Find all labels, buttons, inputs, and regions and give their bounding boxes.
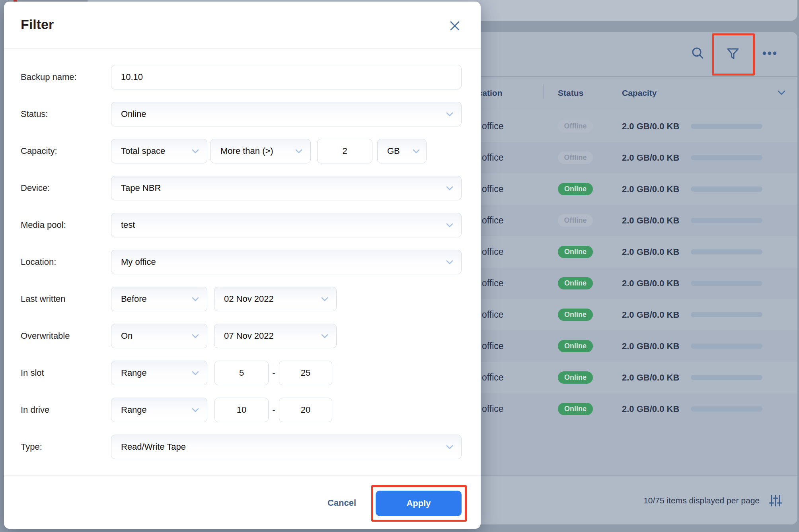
- last-written-condition-select[interactable]: Before: [111, 287, 207, 311]
- pagination-label: 10/75 items displayed per page: [643, 476, 760, 525]
- capacity-progress-bar: [691, 344, 762, 349]
- status-badge: Offline: [558, 151, 593, 164]
- filter-icon: [726, 48, 740, 60]
- modal-header-divider: [4, 49, 481, 49]
- page-size-settings-button[interactable]: [769, 494, 782, 509]
- filter-button[interactable]: [724, 45, 742, 63]
- chevron-down-icon: [446, 260, 453, 265]
- cell-capacity: 2.0 GB/0.0 KB: [622, 362, 679, 393]
- backup-name-label: Backup name:: [21, 65, 106, 89]
- overwritable-label: Overwritable: [21, 324, 106, 348]
- cell-capacity: 2.0 GB/0.0 KB: [622, 299, 679, 330]
- device-select[interactable]: Tape NBR: [111, 176, 462, 200]
- status-badge: Online: [558, 183, 593, 195]
- in-drive-from-input[interactable]: 10: [214, 398, 269, 422]
- modal-footer-divider: [4, 476, 481, 476]
- chevron-down-icon: [446, 186, 453, 191]
- column-settings-button[interactable]: [777, 90, 786, 97]
- status-badge: Offline: [558, 120, 593, 132]
- media-pool-label: Media pool:: [21, 213, 106, 237]
- modal-title: Filter: [21, 17, 54, 32]
- capacity-progress-bar: [691, 249, 762, 254]
- in-slot-mode-select[interactable]: Range: [111, 361, 207, 385]
- cell-capacity: 2.0 GB/0.0 KB: [622, 393, 679, 425]
- chevron-down-icon: [192, 371, 199, 376]
- overwritable-date-select[interactable]: 07 Nov 2022: [214, 324, 337, 348]
- cell-capacity: 2.0 GB/0.0 KB: [622, 330, 679, 362]
- status-badge: Online: [558, 403, 593, 415]
- chevron-down-icon: [777, 90, 786, 95]
- ellipsis-icon: [762, 51, 777, 56]
- capacity-unit-select[interactable]: GB: [377, 139, 427, 163]
- status-badge: Online: [558, 340, 593, 352]
- column-divider: [544, 84, 544, 99]
- capacity-progress-bar: [691, 124, 762, 129]
- capacity-progress-bar: [691, 375, 762, 380]
- column-header-status[interactable]: Status: [558, 86, 583, 100]
- last-written-label: Last written: [21, 287, 106, 311]
- last-written-date-select[interactable]: 02 Nov 2022: [214, 287, 337, 311]
- filter-modal: Filter Backup name: 10.10 Status: Online: [4, 2, 481, 529]
- close-icon: [449, 20, 461, 32]
- in-drive-mode-select[interactable]: Range: [111, 398, 207, 422]
- range-separator: -: [269, 361, 279, 385]
- backup-name-input[interactable]: 10.10: [111, 65, 462, 89]
- in-slot-to-input[interactable]: 25: [279, 361, 332, 385]
- in-drive-label: In drive: [21, 398, 106, 422]
- chevron-down-icon: [446, 223, 453, 228]
- cell-capacity: 2.0 GB/0.0 KB: [622, 173, 679, 205]
- in-drive-to-input[interactable]: 20: [279, 398, 332, 422]
- in-slot-label: In slot: [21, 361, 106, 385]
- capacity-label: Capacity:: [21, 139, 106, 163]
- status-badge: Online: [558, 246, 593, 258]
- status-badge: Offline: [558, 214, 593, 227]
- chevron-down-icon: [192, 334, 199, 339]
- capacity-progress-bar: [691, 281, 762, 286]
- chevron-down-icon: [192, 149, 199, 154]
- status-badge: Online: [558, 277, 593, 289]
- type-select[interactable]: Read/Write Tape: [111, 435, 462, 459]
- media-pool-select[interactable]: test: [111, 213, 462, 237]
- screen: Location Status Capacity My office Offli…: [0, 0, 799, 532]
- cell-capacity: 2.0 GB/0.0 KB: [622, 236, 679, 268]
- status-select[interactable]: Online: [111, 102, 462, 126]
- chevron-down-icon: [192, 297, 199, 302]
- cell-capacity: 2.0 GB/0.0 KB: [622, 205, 679, 236]
- apply-button[interactable]: Apply: [376, 491, 462, 516]
- close-button[interactable]: [448, 19, 462, 33]
- status-label: Status:: [21, 102, 106, 126]
- overwritable-condition-select[interactable]: On: [111, 324, 207, 348]
- chevron-down-icon: [295, 149, 302, 154]
- cell-capacity: 2.0 GB/0.0 KB: [622, 268, 679, 299]
- chevron-down-icon: [321, 297, 328, 302]
- device-label: Device:: [21, 176, 106, 200]
- cell-capacity: 2.0 GB/0.0 KB: [622, 142, 679, 173]
- capacity-amount-input[interactable]: 2: [317, 139, 372, 163]
- capacity-progress-bar: [691, 218, 762, 223]
- type-label: Type:: [21, 435, 106, 459]
- search-button[interactable]: [689, 45, 707, 62]
- chevron-down-icon: [192, 408, 199, 413]
- status-badge: Online: [558, 371, 593, 384]
- capacity-progress-bar: [691, 406, 762, 412]
- range-separator: -: [269, 398, 279, 422]
- column-header-capacity[interactable]: Capacity: [622, 86, 657, 100]
- more-button[interactable]: [761, 45, 778, 62]
- capacity-progress-bar: [691, 186, 762, 192]
- chevron-down-icon: [446, 445, 453, 450]
- capacity-metric-select[interactable]: Total space: [111, 139, 207, 163]
- in-slot-from-input[interactable]: 5: [214, 361, 269, 385]
- search-icon: [690, 46, 705, 61]
- cancel-button[interactable]: Cancel: [318, 490, 366, 516]
- capacity-operator-select[interactable]: More than (>): [210, 139, 311, 163]
- chevron-down-icon: [321, 334, 328, 339]
- cell-capacity: 2.0 GB/0.0 KB: [622, 111, 679, 142]
- capacity-progress-bar: [691, 155, 762, 160]
- location-label: Location:: [21, 250, 106, 274]
- capacity-progress-bar: [691, 312, 762, 317]
- status-badge: Online: [558, 309, 593, 321]
- sliders-icon: [769, 494, 782, 507]
- chevron-down-icon: [413, 149, 420, 154]
- location-select[interactable]: My office: [111, 250, 462, 274]
- chevron-down-icon: [446, 112, 453, 117]
